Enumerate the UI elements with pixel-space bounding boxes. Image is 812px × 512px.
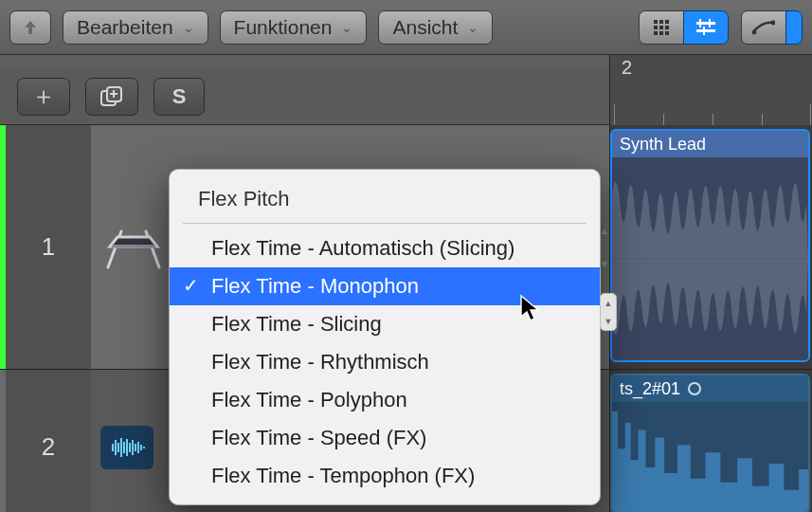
svg-rect-4 xyxy=(659,26,663,29)
region-lane[interactable]: ts_2#01 xyxy=(609,370,812,512)
svg-rect-10 xyxy=(696,29,715,32)
svg-rect-2 xyxy=(665,20,669,24)
region-header[interactable]: ts_2#01 xyxy=(612,375,808,402)
separator xyxy=(183,223,586,224)
svg-point-15 xyxy=(771,20,775,25)
svg-rect-3 xyxy=(654,26,658,29)
edit-menu[interactable]: Bearbeiten ⌄ xyxy=(63,10,208,45)
automation-segmented xyxy=(742,10,803,45)
chevron-down-icon: ⌄ xyxy=(341,20,352,35)
flex-option-label: Flex Time - Polyphon xyxy=(211,388,407,411)
ruler-ticks xyxy=(610,91,812,125)
track-number: 2 xyxy=(6,370,91,512)
svg-rect-12 xyxy=(709,19,711,27)
flex-option-label: Flex Time - Rhythmisch xyxy=(211,350,429,374)
edit-menu-label: Bearbeiten xyxy=(77,16,173,39)
duplicate-track-button[interactable] xyxy=(85,78,138,116)
track-header-bar: ＋ S 2 xyxy=(0,68,812,125)
popup-header-label: Flex Pitch xyxy=(198,187,290,210)
region-lane[interactable]: Synth Lead xyxy=(609,125,812,369)
view-mode-segmented xyxy=(640,10,729,45)
flex-option[interactable]: ✓Flex Time - Monophon xyxy=(170,267,600,305)
timeline-ruler[interactable]: 2 xyxy=(609,55,812,125)
functions-menu-label: Funktionen xyxy=(234,16,333,39)
svg-rect-1 xyxy=(659,20,663,24)
flex-option[interactable]: Flex Time - Rhythmisch xyxy=(170,343,600,381)
flex-view-button[interactable] xyxy=(683,10,729,45)
automation-extra-button[interactable] xyxy=(785,10,803,45)
add-track-button[interactable]: ＋ xyxy=(17,78,70,116)
waveform-icon xyxy=(612,402,808,512)
flex-option-label: Flex Time - Slicing xyxy=(211,312,382,336)
hierarchy-up-button[interactable] xyxy=(9,10,51,45)
audio-region[interactable]: ts_2#01 xyxy=(610,374,810,512)
ruler-bar-number: 2 xyxy=(622,57,632,79)
audio-region[interactable]: Synth Lead xyxy=(610,129,810,362)
flex-option[interactable]: Flex Time - Automatisch (Slicing) xyxy=(170,229,600,267)
svg-rect-5 xyxy=(665,26,669,29)
svg-rect-7 xyxy=(659,31,663,35)
flex-option-label: Flex Time - Tempophon (FX) xyxy=(211,464,475,487)
svg-rect-8 xyxy=(665,31,669,35)
loop-icon xyxy=(688,382,701,395)
popup-header-item[interactable]: Flex Pitch xyxy=(170,177,600,221)
svg-rect-11 xyxy=(699,19,701,27)
region-header[interactable]: Synth Lead xyxy=(612,131,808,157)
solo-button[interactable]: S xyxy=(153,78,205,116)
svg-rect-0 xyxy=(654,20,658,24)
flex-option[interactable]: Flex Time - Speed (FX) xyxy=(170,419,600,457)
solo-label: S xyxy=(172,84,187,109)
flex-mode-popup: Flex Pitch Flex Time - Automatisch (Slic… xyxy=(169,169,601,505)
popup-stepper[interactable]: ▲▼ xyxy=(600,293,617,331)
functions-menu[interactable]: Funktionen ⌄ xyxy=(220,10,368,45)
instrument-icon xyxy=(100,219,167,276)
view-menu[interactable]: Ansicht ⌄ xyxy=(378,10,493,45)
flex-option-label: Flex Time - Automatisch (Slicing) xyxy=(211,236,514,260)
check-icon: ✓ xyxy=(183,274,199,297)
audio-track-icon xyxy=(100,426,153,469)
svg-rect-13 xyxy=(703,27,705,35)
chevron-down-icon: ⌄ xyxy=(183,20,194,35)
waveform-icon xyxy=(612,157,808,359)
flex-option-label: Flex Time - Monophon xyxy=(211,274,419,298)
chevron-down-icon: ⌄ xyxy=(467,20,478,35)
region-name: ts_2#01 xyxy=(620,379,680,399)
svg-rect-6 xyxy=(654,31,658,35)
region-name: Synth Lead xyxy=(620,135,706,155)
flex-option[interactable]: Flex Time - Tempophon (FX) xyxy=(170,457,600,495)
track-number: 1 xyxy=(6,125,91,369)
grid-view-button[interactable] xyxy=(639,10,684,45)
view-menu-label: Ansicht xyxy=(392,16,458,39)
flex-option[interactable]: Flex Time - Polyphon xyxy=(170,381,600,419)
automation-curve-button[interactable] xyxy=(741,10,786,45)
flex-option-label: Flex Time - Speed (FX) xyxy=(211,426,426,449)
flex-option[interactable]: Flex Time - Slicing xyxy=(170,305,600,343)
main-toolbar: Bearbeiten ⌄ Funktionen ⌄ Ansicht ⌄ xyxy=(0,0,812,55)
